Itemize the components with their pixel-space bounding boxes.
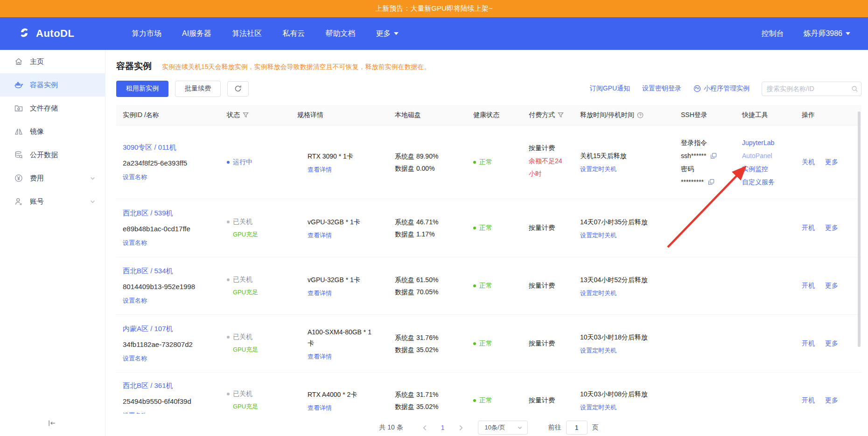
nav-item-3[interactable]: 私有云 bbox=[282, 29, 305, 39]
disk-cell: 系统盘 89.90%数据盘 0.00% bbox=[388, 150, 467, 174]
nav-item-2[interactable]: 算法社区 bbox=[232, 29, 262, 39]
refresh-button[interactable] bbox=[227, 81, 249, 97]
set-timer-shutdown-link[interactable]: 设置定时关机 bbox=[580, 232, 616, 239]
instance-region-link[interactable]: 西北B区 / 539机 bbox=[123, 209, 173, 218]
table-scrollbar[interactable] bbox=[858, 111, 861, 347]
op-link-more[interactable]: 更多 bbox=[825, 158, 838, 166]
copy-icon[interactable] bbox=[708, 179, 714, 185]
table-row: 西北B区 / 534机8014409b13-952e1998设置名称已关机GPU… bbox=[116, 257, 861, 315]
release-time: 10天03小时08分后释放 bbox=[580, 389, 674, 399]
view-detail-link[interactable]: 查看详情 bbox=[308, 232, 332, 239]
column-header-label: 状态 bbox=[227, 111, 240, 119]
instance-region-link[interactable]: 西北B区 / 361机 bbox=[123, 381, 173, 390]
set-timer-shutdown-link[interactable]: 设置定时关机 bbox=[580, 166, 616, 173]
op-link-more[interactable]: 更多 bbox=[825, 396, 838, 405]
nav-item-5[interactable]: 更多 bbox=[376, 29, 399, 39]
op-link-power[interactable]: 开机 bbox=[802, 224, 815, 232]
batch-renew-button[interactable]: 批量续费 bbox=[175, 81, 221, 97]
op-link-power[interactable]: 开机 bbox=[802, 282, 815, 290]
view-detail-link[interactable]: 查看详情 bbox=[308, 353, 332, 360]
toolbar-link-0[interactable]: 订阅GPU通知 bbox=[590, 84, 630, 93]
chevron-down-icon bbox=[90, 175, 96, 181]
mirror-icon bbox=[14, 127, 23, 136]
sidebar-item-4[interactable]: 公开数据 bbox=[0, 143, 105, 166]
tool-link--[interactable]: 自定义服务 bbox=[742, 175, 795, 188]
sidebar-item-5[interactable]: 费用 bbox=[0, 166, 105, 190]
op-link-more[interactable]: 更多 bbox=[825, 282, 838, 290]
op-link-more[interactable]: 更多 bbox=[825, 224, 838, 232]
sidebar: 主页容器实例文件存储镜像公开数据费用账号 bbox=[0, 50, 105, 436]
op-link-power[interactable]: 开机 bbox=[802, 339, 815, 348]
view-detail-link[interactable]: 查看详情 bbox=[308, 290, 332, 297]
view-detail-link[interactable]: 查看详情 bbox=[308, 166, 332, 173]
goto-page-input[interactable] bbox=[566, 421, 588, 435]
tool-link--[interactable]: 实例监控 bbox=[742, 162, 795, 175]
filter-icon[interactable] bbox=[558, 112, 564, 118]
sidebar-item-label: 镜像 bbox=[30, 127, 44, 136]
disk-usage: 系统盘 31.76% bbox=[395, 332, 467, 344]
view-detail-link[interactable]: 查看详情 bbox=[308, 404, 332, 411]
sidebar-item-1[interactable]: 容器实例 bbox=[0, 73, 105, 97]
user-menu[interactable]: 炼丹师3986 bbox=[803, 29, 850, 39]
set-timer-shutdown-link[interactable]: 设置定时关机 bbox=[580, 290, 616, 297]
toolbar-link-2[interactable]: 小程序管理实例 bbox=[693, 84, 749, 93]
prev-page-icon[interactable] bbox=[415, 425, 434, 431]
sidebar-collapse-icon[interactable] bbox=[48, 419, 56, 429]
instance-region-link[interactable]: 西北B区 / 534机 bbox=[123, 267, 173, 276]
brand[interactable]: AutoDL bbox=[17, 26, 118, 42]
filter-icon[interactable] bbox=[243, 112, 249, 118]
sidebar-item-label: 主页 bbox=[30, 57, 44, 66]
instances-table: 实例ID /名称状态规格详情本地磁盘健康状态付费方式释放时间/停机时间SSH登录… bbox=[116, 105, 861, 414]
ops-cell: 开机更多 bbox=[795, 224, 861, 232]
status-dot-icon bbox=[227, 161, 230, 164]
search-input[interactable] bbox=[767, 85, 851, 92]
next-page-icon[interactable] bbox=[451, 425, 470, 431]
ops-cell: 开机更多 bbox=[795, 339, 861, 348]
sidebar-item-3[interactable]: 镜像 bbox=[0, 120, 105, 143]
sidebar-item-2[interactable]: 文件存储 bbox=[0, 97, 105, 120]
gpu-availability: GPU充足 bbox=[227, 402, 291, 411]
instance-id: 8014409b13-952e1998 bbox=[123, 283, 220, 291]
copy-icon[interactable] bbox=[710, 152, 717, 159]
sidebar-item-0[interactable]: 主页 bbox=[0, 50, 105, 73]
set-name-link[interactable]: 设置名称 bbox=[123, 412, 147, 414]
set-name-link[interactable]: 设置名称 bbox=[123, 173, 147, 180]
toolbar-link-1[interactable]: 设置密钥登录 bbox=[642, 84, 681, 93]
release-cell: 关机15天后释放设置定时关机 bbox=[574, 151, 674, 173]
disk-cell: 系统盘 31.71%数据盘 35.02% bbox=[388, 388, 467, 413]
op-link-more[interactable]: 更多 bbox=[825, 339, 838, 348]
autodl-logo-icon bbox=[17, 26, 31, 42]
instance-region-link[interactable]: 3090专区 / 011机 bbox=[123, 143, 176, 152]
sidebar-item-6[interactable]: 账号 bbox=[0, 190, 105, 213]
instance-region-link[interactable]: 内蒙A区 / 107机 bbox=[123, 325, 173, 333]
column-header-2: 规格详情 bbox=[291, 111, 388, 119]
page-size-select[interactable]: 10条/页 bbox=[478, 421, 528, 435]
status-cell: 已关机GPU充足 bbox=[220, 390, 291, 411]
disk-usage: 系统盘 31.71% bbox=[395, 388, 467, 401]
nav-item-label: AI服务器 bbox=[182, 29, 211, 39]
nav-right: 控制台 炼丹师3986 bbox=[761, 29, 850, 39]
ssh-password-label: 密码 bbox=[681, 162, 735, 175]
op-link-power[interactable]: 开机 bbox=[802, 396, 815, 405]
op-link-power[interactable]: 关机 bbox=[802, 158, 815, 166]
rent-new-instance-button[interactable]: 租用新实例 bbox=[116, 81, 168, 97]
set-name-link[interactable]: 设置名称 bbox=[123, 239, 147, 246]
set-timer-shutdown-link[interactable]: 设置定时关机 bbox=[580, 404, 616, 411]
question-icon[interactable] bbox=[637, 112, 644, 118]
page-size-value: 10条/页 bbox=[485, 423, 505, 432]
set-name-link[interactable]: 设置名称 bbox=[123, 355, 147, 362]
username: 炼丹师3986 bbox=[803, 29, 842, 39]
set-name-link[interactable]: 设置名称 bbox=[123, 297, 147, 304]
status-dot-icon bbox=[227, 221, 230, 223]
console-link[interactable]: 控制台 bbox=[761, 29, 784, 39]
tool-link-jupyterlab[interactable]: JupyterLab bbox=[742, 136, 795, 149]
nav-item-1[interactable]: AI服务器 bbox=[182, 29, 211, 39]
page-number[interactable]: 1 bbox=[434, 424, 451, 431]
tool-link-autopanel[interactable]: AutoPanel bbox=[742, 149, 795, 162]
disk-cell: 系统盘 46.71%数据盘 1.17% bbox=[388, 216, 467, 240]
status-cell: 已关机GPU充足 bbox=[220, 218, 291, 239]
set-timer-shutdown-link[interactable]: 设置定时关机 bbox=[580, 347, 616, 354]
table-row: 内蒙A区 / 107机34fb1182ae-732807d2设置名称已关机GPU… bbox=[116, 315, 861, 373]
nav-item-0[interactable]: 算力市场 bbox=[132, 29, 161, 39]
nav-item-4[interactable]: 帮助文档 bbox=[325, 29, 355, 39]
